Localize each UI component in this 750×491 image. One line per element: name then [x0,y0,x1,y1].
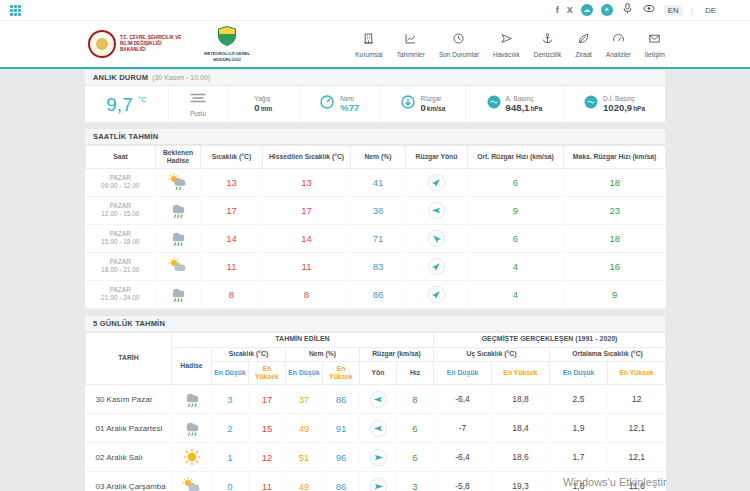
humidity-min-cell: 49 [286,472,323,491]
nav-item-son-durumlar[interactable]: Son Durumlar [439,31,479,58]
wind-direction-cell [406,252,468,280]
extreme-min-cell: -6,4 [434,385,492,414]
humidity-max-cell: 86 [323,472,360,491]
wind-direction-icon [428,258,445,275]
condition-cell [172,443,212,472]
average-max-cell: 12,1 [608,414,666,443]
temperature-unit: °C [138,95,147,104]
apps-menu-icon[interactable] [10,5,21,16]
current-wind: Rüzgar 0km/sa [380,86,466,122]
wind-direction-icon [370,391,387,408]
topbar: f X ☁ ☀ EN | DE [0,0,750,21]
nav-item-denizcilik[interactable]: Denizcilik [534,31,561,58]
hourly-column-header: Saat [86,146,156,169]
avg-wind-cell: 4 [468,280,564,308]
extreme-max-cell: 18,6 [492,443,550,472]
avg-wind-cell: 4 [468,252,564,280]
feels-like-cell: 17 [263,196,351,224]
average-max-cell: 12 [608,385,666,414]
average-max-cell: 12,1 [608,443,666,472]
nav-item-analizler[interactable]: Analizler [606,31,631,58]
facebook-icon[interactable]: f [556,6,559,15]
nav-label: Denizcilik [534,51,561,58]
condition-cell [156,224,201,252]
weather-app-badge-icon-2[interactable]: ☀ [601,4,613,16]
avg-temp-group-header: Ortalama Sıcaklık (°C) [550,347,666,361]
condition-label: Puslu [190,110,206,118]
humidity-min-cell: 37 [286,385,323,414]
date-cell: 03 Aralık Çarşamba [86,472,172,491]
building-icon [362,31,375,49]
event-column-header: Hadise [172,347,212,384]
nav-label: İletişim [645,51,665,58]
humidity-max-cell: 91 [323,414,360,443]
plane-icon [500,31,513,49]
extreme-min-cell: -5,8 [434,472,492,491]
feels-like-cell: 8 [263,280,351,308]
humidity-group-header: Nem (%) [286,347,360,361]
sun-icon [181,448,203,466]
site-header: T.C. ÇEVRE, ŞEHİRCİLİK VE İKLİM DEĞİŞİKL… [0,21,750,69]
language-en-button[interactable]: EN [664,5,683,16]
humidity-gauge-icon [319,94,335,114]
weather-app-badge-icon[interactable]: ☁ [581,4,593,16]
wind-direction-icon [370,478,387,491]
temp-min-cell: 3 [212,385,249,414]
nav-item-ziraat[interactable]: Ziraat [575,31,592,58]
language-de-button[interactable]: DE [701,5,720,16]
temp-max-cell: 11 [249,472,286,491]
extreme-max-cell: 19,3 [492,472,550,491]
past-group-header: GEÇMİŞTE GERÇEKLEŞEN (1991 - 2020) [434,332,666,347]
wind-arrow-icon [400,94,416,114]
max-wind-cell: 23 [564,196,666,224]
nav-item-havacilik[interactable]: Havacılık [493,31,520,58]
wind-direction-icon [428,174,445,191]
main-nav: KurumsalTahminlerSon DurumlarHavacılıkDe… [355,31,665,58]
section-title: SAATLİK TAHMİN [93,132,158,141]
hourly-row: PAZAR18.00 - 21.00111183416 [86,252,666,280]
nav-label: Analizler [606,51,631,58]
anchor-icon [541,31,554,49]
condition-cell [156,252,201,280]
current-pressure: A. Basınç 948,1hPa [466,86,564,122]
sun-cloud-rain-icon [167,173,189,191]
section-title: ANLIK DURUM [93,73,148,82]
accessibility-eye-icon[interactable] [642,1,656,19]
temp-max-cell: 17 [249,385,286,414]
mgm-logo[interactable]: METEOROLOJİ GENEL MÜDÜRLÜĞÜ [200,26,254,62]
current-precipitation: Yağış 0mm [228,86,300,122]
wind-speed-cell: 8 [397,385,434,414]
temperature-cell: 17 [201,196,263,224]
nav-label: Son Durumlar [439,51,479,58]
forecast-row: 01 Aralık Pazartesi21549916-718,41,912,1 [86,414,666,443]
average-min-cell: 1,9 [550,414,608,443]
temperature-cell: 13 [201,168,263,196]
daily-forecast-section: 5 GÜNLÜK TAHMİN TARİHTAHMİN EDİLENGEÇMİŞ… [85,315,665,491]
nav-label: Havacılık [493,51,520,58]
ministry-emblem-icon [88,30,116,58]
extreme-min-cell: -7 [434,414,492,443]
wind-direction-icon [370,420,387,437]
nav-item-tahminler[interactable]: Tahminler [397,31,425,58]
mail-icon [648,31,661,49]
daily-header-row-1: TARİHTAHMİN EDİLENGEÇMİŞTE GERÇEKLEŞEN (… [86,332,666,347]
nav-item-kurumsal[interactable]: Kurumsal [355,31,382,58]
x-twitter-icon[interactable]: X [567,6,573,15]
date-cell: 02 Aralık Salı [86,443,172,472]
humidity-cell: 86 [351,280,406,308]
wind-direction-icon [370,449,387,466]
low-header: En Düşük [286,362,323,385]
ministry-logo[interactable]: T.C. ÇEVRE, ŞEHİRCİLİK VE İKLİM DEĞİŞİKL… [88,30,186,58]
high-header: En Yüksek [323,362,360,385]
avg-wind-cell: 6 [468,224,564,252]
nav-item-iletisim[interactable]: İletişim [645,31,665,58]
wind-direction-icon [428,202,445,219]
daily-forecast-table: TARİHTAHMİN EDİLENGEÇMİŞTE GERÇEKLEŞEN (… [85,332,666,491]
date-cell: 01 Aralık Pazartesi [86,414,172,443]
temp-min-cell: 0 [212,472,249,491]
direction-header: Yön [360,362,397,385]
microphone-icon[interactable] [621,1,634,19]
condition-cell [172,414,212,443]
extreme-max-cell: 18,4 [492,414,550,443]
hourly-row: PAZAR21.00 - 24.00888649 [86,280,666,308]
